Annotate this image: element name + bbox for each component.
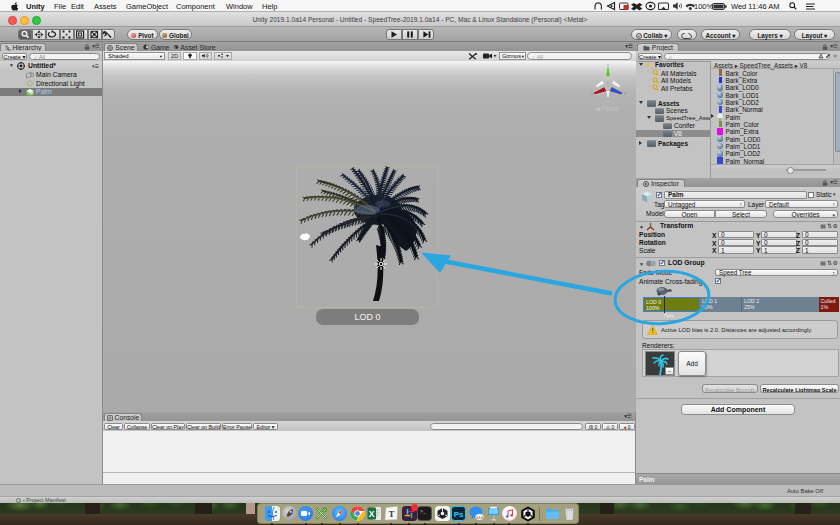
- svg-text:>_: >_: [420, 509, 427, 515]
- svg-text:T: T: [388, 509, 394, 519]
- svg-text:AAA: AAA: [475, 516, 483, 520]
- svg-text:!: !: [651, 327, 653, 334]
- svg-text:Y: Y: [607, 64, 610, 68]
- svg-text:X: X: [369, 509, 375, 519]
- svg-text:Z: Z: [624, 92, 627, 96]
